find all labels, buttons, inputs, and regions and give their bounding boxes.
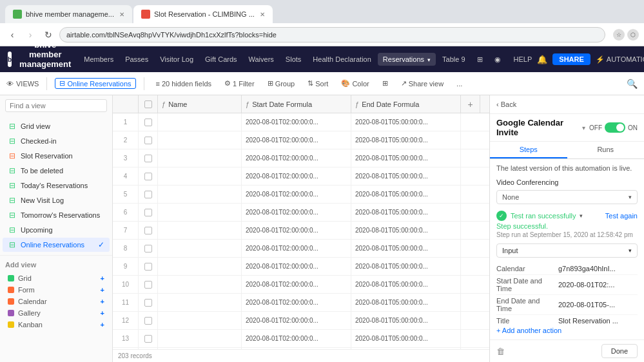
cell-end-date[interactable]: 2020-08-01T05:00:00:0...	[351, 276, 461, 293]
cell-start-date[interactable]: 2020-08-01T02:00:00:0...	[242, 204, 351, 221]
search-button[interactable]: 🔍	[627, 79, 638, 89]
cell-name[interactable]	[158, 330, 242, 347]
sidebar-item-checked-in[interactable]: ⊟ Checked-in	[3, 134, 110, 148]
nav-passes[interactable]: Passes	[120, 53, 153, 66]
cell-checkbox[interactable]	[139, 294, 158, 311]
sidebar-item-todays-reservations[interactable]: ⊟ Today's Reservations	[3, 178, 110, 193]
cell-checkbox[interactable]	[139, 204, 158, 221]
nav-health[interactable]: Health Declaration	[307, 53, 376, 66]
table-row[interactable]: 8 2020-08-01T02:00:00:0... 2020-08-01T05…	[113, 240, 489, 258]
notification-icon[interactable]: 🔔	[537, 55, 547, 64]
automation-toggle[interactable]	[605, 122, 625, 133]
add-view-grid[interactable]: Grid +	[5, 272, 107, 284]
add-view-kanban[interactable]: Kanban +	[5, 319, 107, 330]
tab1-close[interactable]: ✕	[119, 11, 124, 18]
cell-checkbox[interactable]	[139, 186, 158, 203]
col-header-end[interactable]: ƒ End Date Formula	[351, 95, 461, 113]
cell-name[interactable]	[158, 312, 242, 329]
cell-checkbox[interactable]	[139, 276, 158, 293]
find-view-input[interactable]	[5, 99, 107, 112]
table-row[interactable]: 3 2020-08-01T02:00:00:0... 2020-08-01T05…	[113, 149, 489, 167]
add-view-calendar[interactable]: Calendar +	[5, 296, 107, 307]
browser-tab-2[interactable]: Slot Reservation - CLIMBING ... ✕	[133, 5, 273, 23]
cell-end-date[interactable]: 2020-08-01T05:00:00:0...	[351, 149, 461, 167]
cell-end-date[interactable]: 2020-08-01T05:00:00:0...	[351, 294, 461, 311]
cell-name[interactable]	[158, 131, 242, 149]
table-row[interactable]: 2 2020-08-01T02:00:00:0... 2020-08-01T05…	[113, 131, 489, 149]
add-view-gallery[interactable]: Gallery +	[5, 307, 107, 319]
sidebar-item-upcoming[interactable]: ⊟ Upcoming	[3, 223, 110, 237]
help-button[interactable]: HELP	[514, 55, 532, 63]
bookmark-icon[interactable]: ☆	[613, 29, 625, 41]
col-header-name[interactable]: ƒ Name	[158, 95, 242, 113]
nav-table9[interactable]: Table 9	[437, 53, 470, 66]
sidebar-item-new-visit-log[interactable]: ⊟ New Visit Log	[3, 193, 110, 207]
cell-checkbox[interactable]	[139, 258, 158, 275]
cell-name[interactable]	[158, 113, 242, 131]
cell-start-date[interactable]: 2020-08-01T02:00:00:0...	[242, 294, 351, 311]
cell-start-date[interactable]: 2020-08-01T02:00:00:0...	[242, 149, 351, 167]
table-row[interactable]: 4 2020-08-01T02:00:00:0... 2020-08-01T05…	[113, 167, 489, 186]
sidebar-item-tomorrows-reservations[interactable]: ⊟ Tomorrow's Reservations	[3, 208, 110, 222]
cell-name[interactable]	[158, 258, 242, 275]
tab-steps[interactable]: Steps	[490, 142, 567, 158]
cell-name[interactable]	[158, 149, 242, 167]
test-again-button[interactable]: Test again	[605, 212, 638, 220]
input-dropdown[interactable]: Input ▾	[496, 243, 638, 258]
sidebar-item-to-be-deleted[interactable]: ⊟ To be deleted	[3, 164, 110, 178]
back-button[interactable]: ‹	[5, 28, 19, 42]
nav-visitor-log[interactable]: Visitor Log	[155, 53, 199, 66]
cell-end-date[interactable]: 2020-08-01T05:00:00:0...	[351, 167, 461, 185]
cell-start-date[interactable]: 2020-08-01T02:00:00:0...	[242, 330, 351, 347]
rp-back-button[interactable]: ‹ Back	[496, 100, 516, 108]
nav-gift-cards[interactable]: Gift Cards	[200, 53, 242, 66]
done-button[interactable]: Done	[601, 344, 638, 358]
col-header-start[interactable]: ƒ Start Date Formula	[242, 95, 351, 113]
cell-start-date[interactable]: 2020-08-01T02:00:00:0...	[242, 113, 351, 131]
nav-icon-2[interactable]: ◉	[489, 53, 506, 66]
cell-checkbox[interactable]	[139, 312, 158, 329]
more-options-button[interactable]: ...	[453, 79, 466, 89]
share-button[interactable]: SHARE	[552, 53, 590, 65]
col-header-add[interactable]: +	[461, 95, 480, 113]
table-row[interactable]: 5 2020-08-01T02:00:00:0... 2020-08-01T05…	[113, 186, 489, 204]
cell-end-date[interactable]: 2020-08-01T05:00:00:0...	[351, 222, 461, 239]
cell-name[interactable]	[158, 222, 242, 239]
table-row[interactable]: 1 2020-08-01T02:00:00:0... 2020-08-01T05…	[113, 113, 489, 131]
table-row[interactable]: 9 2020-08-01T02:00:00:0... 2020-08-01T05…	[113, 258, 489, 276]
share-view-button[interactable]: ↗ Share view	[397, 78, 447, 89]
cell-end-date[interactable]: 2020-08-01T05:00:00:0...	[351, 312, 461, 329]
hidden-fields-button[interactable]: ≡ 20 hidden fields	[152, 79, 215, 89]
cell-start-date[interactable]: 2020-08-01T02:00:00:0...	[242, 276, 351, 293]
table-row[interactable]: 7 2020-08-01T02:00:00:0... 2020-08-01T05…	[113, 222, 489, 240]
group-button[interactable]: ⊞ Group	[264, 78, 299, 89]
cell-start-date[interactable]: 2020-08-01T02:00:00:0...	[242, 240, 351, 257]
delete-button[interactable]: 🗑	[496, 347, 505, 356]
video-conf-dropdown[interactable]: None ▾	[496, 190, 638, 204]
cell-name[interactable]	[158, 294, 242, 311]
cell-start-date[interactable]: 2020-08-01T02:00:00:0...	[242, 186, 351, 203]
table-row[interactable]: 6 2020-08-01T02:00:00:0... 2020-08-01T05…	[113, 204, 489, 222]
cell-end-date[interactable]: 2020-08-01T05:00:00:0...	[351, 330, 461, 347]
automations-button[interactable]: ⚡ AUTOMATIONS	[596, 55, 644, 64]
add-view-form[interactable]: Form +	[5, 284, 107, 296]
cell-checkbox[interactable]	[139, 131, 158, 149]
tab-runs[interactable]: Runs	[567, 142, 645, 158]
extensions-icon[interactable]: ⬡	[627, 29, 639, 41]
table-row[interactable]: 10 2020-08-01T02:00:00:0... 2020-08-01T0…	[113, 276, 489, 294]
cell-end-date[interactable]: 2020-08-01T05:00:00:0...	[351, 186, 461, 203]
filter-button[interactable]: ⚙ 1 Filter	[220, 78, 259, 89]
table-row[interactable]: 12 2020-08-01T02:00:00:0... 2020-08-01T0…	[113, 312, 489, 330]
cell-checkbox[interactable]	[139, 113, 158, 131]
view-name-tag[interactable]: ⊟ Online Reservations	[55, 78, 135, 89]
color-button[interactable]: 🎨 Color	[337, 78, 373, 89]
cell-name[interactable]	[158, 186, 242, 203]
tab2-close[interactable]: ✕	[260, 11, 265, 18]
nav-reservations[interactable]: Reservations ▾	[378, 53, 436, 66]
nav-icon-1[interactable]: ⊞	[472, 53, 488, 66]
sidebar-item-slot-reservation[interactable]: ⊟ Slot Reservation	[3, 149, 110, 163]
add-another-action[interactable]: + Add another action	[490, 324, 644, 339]
sidebar-item-online-reservations[interactable]: ⊟ Online Reservations ✓	[3, 238, 110, 252]
cell-start-date[interactable]: 2020-08-01T02:00:00:0...	[242, 131, 351, 149]
cell-end-date[interactable]: 2020-08-01T05:00:00:0...	[351, 113, 461, 131]
